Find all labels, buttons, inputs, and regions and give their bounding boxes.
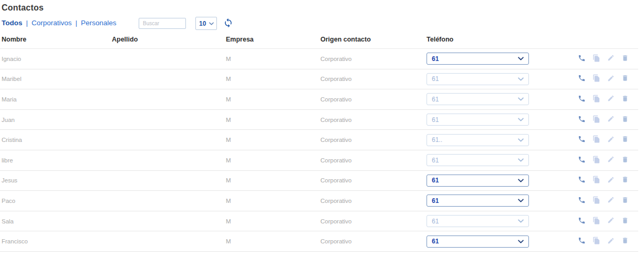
filter-tabs: Todos|Corporativos|Personales (2, 19, 117, 27)
copy-button[interactable] (593, 217, 600, 226)
delete-button[interactable] (621, 176, 629, 185)
page-size-value: 10 (199, 20, 206, 27)
telefono-select[interactable]: 61 (427, 175, 529, 187)
delete-button[interactable] (621, 217, 629, 226)
header-empresa: Empresa (226, 36, 320, 43)
copy-button[interactable] (593, 196, 600, 206)
pencil-icon (607, 176, 615, 185)
delete-button[interactable] (621, 74, 629, 84)
cell-origen-contacto: Corporativo (320, 56, 427, 62)
delete-button[interactable] (621, 196, 629, 206)
edit-button[interactable] (607, 156, 615, 165)
cell-origen-contacto: Corporativo (320, 238, 427, 244)
trash-icon (621, 115, 629, 125)
table-row: Jesus M Corporativo 61 (0, 171, 638, 191)
cell-empresa: M (226, 117, 320, 123)
edit-button[interactable] (607, 217, 615, 226)
delete-button[interactable] (621, 156, 629, 165)
call-button[interactable] (578, 196, 586, 206)
table-row: Sala M Corporativo 61 (0, 211, 638, 232)
copy-icon (593, 74, 600, 84)
refresh-button[interactable] (223, 18, 233, 28)
telefono-select[interactable]: 61.. (427, 134, 529, 146)
copy-button[interactable] (593, 95, 600, 104)
filter-separator: | (76, 19, 78, 27)
edit-button[interactable] (607, 95, 615, 104)
trash-icon (621, 156, 629, 165)
pencil-icon (607, 95, 615, 104)
edit-button[interactable] (607, 196, 615, 205)
copy-button[interactable] (593, 176, 600, 185)
telefono-select[interactable]: 61 (427, 114, 529, 126)
call-button[interactable] (578, 237, 586, 246)
row-actions (553, 95, 629, 104)
call-button[interactable] (578, 217, 586, 226)
telefono-select[interactable]: 61 (427, 53, 529, 65)
trash-icon (621, 196, 629, 206)
call-button[interactable] (578, 95, 586, 104)
copy-button[interactable] (593, 135, 600, 145)
cell-origen-contacto: Corporativo (320, 218, 427, 224)
edit-button[interactable] (607, 54, 615, 63)
edit-button[interactable] (607, 237, 615, 246)
telefono-select-value: 61.. (432, 136, 442, 144)
telefono-select-value: 61 (432, 177, 439, 184)
phone-icon (578, 176, 586, 185)
telefono-select[interactable]: 61 (427, 195, 529, 207)
row-actions (553, 135, 629, 145)
edit-button[interactable] (607, 75, 615, 84)
cell-empresa: M (226, 177, 320, 183)
filter-tab-todos[interactable]: Todos (2, 19, 23, 27)
copy-icon (593, 115, 600, 125)
copy-icon (593, 95, 600, 104)
pencil-icon (607, 217, 615, 226)
delete-button[interactable] (621, 115, 629, 125)
telefono-select[interactable]: 61 (427, 93, 529, 105)
trash-icon (621, 54, 629, 64)
delete-button[interactable] (621, 135, 629, 145)
delete-button[interactable] (621, 95, 629, 104)
search-input[interactable] (139, 18, 186, 29)
call-button[interactable] (578, 156, 586, 165)
call-button[interactable] (578, 54, 586, 64)
filter-tab-personales[interactable]: Personales (81, 19, 117, 27)
cell-empresa: M (226, 218, 320, 224)
telefono-select[interactable]: 61 (427, 215, 529, 227)
telefono-select[interactable]: 61 (427, 154, 529, 166)
call-button[interactable] (578, 115, 586, 125)
filter-tab-corporativos[interactable]: Corporativos (32, 19, 72, 27)
copy-button[interactable] (593, 54, 600, 64)
page-size-select[interactable]: 10 (195, 17, 217, 30)
call-button[interactable] (578, 74, 586, 84)
telefono-select[interactable]: 61 (427, 73, 529, 85)
telefono-select[interactable]: 61 (427, 236, 529, 248)
chevron-down-icon (518, 118, 524, 121)
delete-button[interactable] (621, 237, 629, 246)
copy-icon (593, 176, 600, 185)
cell-nombre: Francisco (2, 238, 112, 244)
table-header-row: Nombre Apellido Empresa Origen contacto … (0, 30, 638, 49)
copy-button[interactable] (593, 115, 600, 125)
cell-empresa: M (226, 56, 320, 62)
edit-button[interactable] (607, 115, 615, 124)
header-origen-contacto: Origen contacto (320, 36, 427, 43)
cell-nombre: Jesus (2, 177, 112, 183)
refresh-icon (223, 22, 233, 29)
cell-nombre: Cristina (2, 137, 112, 143)
delete-button[interactable] (621, 54, 629, 64)
copy-button[interactable] (593, 156, 600, 165)
table-row: Juan M Corporativo 61 (0, 110, 638, 130)
table-row: Maribel M Corporativo 61 (0, 69, 638, 90)
call-button[interactable] (578, 176, 586, 185)
edit-button[interactable] (607, 136, 615, 145)
table-row: Ignacio M Corporativo 61 (0, 49, 638, 69)
copy-button[interactable] (593, 237, 600, 246)
cell-empresa: M (226, 76, 320, 82)
pencil-icon (607, 136, 615, 145)
table-row: Paco M Corporativo 61 (0, 191, 638, 211)
copy-button[interactable] (593, 74, 600, 84)
call-button[interactable] (578, 135, 586, 145)
edit-button[interactable] (607, 176, 615, 185)
chevron-down-icon (518, 77, 524, 81)
cell-origen-contacto: Corporativo (320, 177, 427, 183)
